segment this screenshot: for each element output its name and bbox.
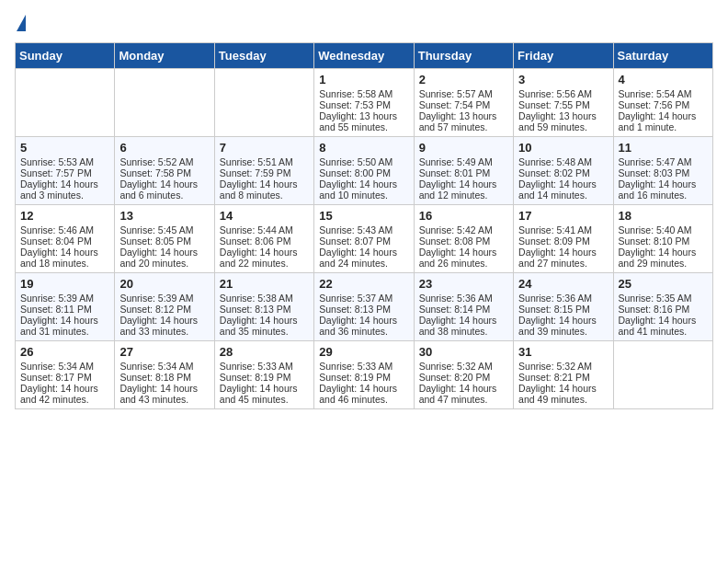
calendar-cell: 1Sunrise: 5:58 AMSunset: 7:53 PMDaylight… [314, 69, 414, 137]
day-info: Sunset: 8:08 PM [419, 236, 508, 247]
day-number: 24 [518, 277, 608, 291]
calendar-cell: 16Sunrise: 5:42 AMSunset: 8:08 PMDayligh… [414, 205, 513, 273]
day-number: 1 [319, 73, 408, 86]
day-info: Daylight: 14 hours and 36 minutes. [319, 315, 408, 337]
day-info: Sunrise: 5:42 AM [419, 224, 508, 236]
day-number: 13 [119, 209, 209, 223]
calendar-cell [613, 341, 712, 409]
calendar-cell [115, 69, 214, 137]
day-info: Sunrise: 5:53 AM [20, 156, 109, 167]
day-info: Daylight: 13 hours and 55 minutes. [319, 110, 408, 132]
calendar-cell: 25Sunrise: 5:35 AMSunset: 8:16 PMDayligh… [613, 273, 712, 341]
day-number: 15 [319, 209, 408, 223]
day-number: 9 [419, 141, 508, 155]
day-number: 26 [20, 345, 109, 359]
calendar-cell: 20Sunrise: 5:39 AMSunset: 8:12 PMDayligh… [115, 273, 214, 341]
calendar-cell: 3Sunrise: 5:56 AMSunset: 7:55 PMDaylight… [514, 69, 613, 137]
day-info: Sunrise: 5:37 AM [319, 293, 408, 304]
day-info: Sunset: 8:02 PM [518, 167, 608, 178]
day-number: 10 [518, 141, 608, 155]
day-info: Sunrise: 5:48 AM [518, 156, 608, 167]
calendar-cell: 11Sunrise: 5:47 AMSunset: 8:03 PMDayligh… [613, 137, 712, 205]
day-info: Sunset: 8:04 PM [20, 236, 109, 247]
page-header [15, 15, 713, 31]
day-info: Sunset: 8:07 PM [319, 236, 408, 247]
day-info: Sunrise: 5:46 AM [20, 224, 109, 236]
day-number: 11 [619, 141, 708, 155]
day-info: Sunset: 8:18 PM [119, 372, 209, 383]
calendar-cell: 5Sunrise: 5:53 AMSunset: 7:57 PMDaylight… [16, 137, 115, 205]
day-info: Daylight: 13 hours and 59 minutes. [518, 110, 608, 132]
day-info: Sunset: 8:17 PM [20, 372, 109, 383]
day-number: 16 [419, 209, 508, 223]
day-info: Sunset: 8:05 PM [119, 236, 209, 247]
calendar-week-4: 19Sunrise: 5:39 AMSunset: 8:11 PMDayligh… [16, 273, 713, 341]
day-info: Daylight: 14 hours and 46 minutes. [319, 383, 408, 405]
day-info: Sunset: 8:13 PM [220, 304, 309, 315]
day-info: Sunset: 8:20 PM [419, 372, 508, 383]
day-info: Sunset: 8:19 PM [319, 372, 408, 383]
day-info: Sunset: 8:06 PM [220, 236, 309, 247]
day-info: Daylight: 13 hours and 57 minutes. [419, 110, 508, 132]
day-number: 5 [20, 141, 109, 155]
day-number: 23 [419, 277, 508, 291]
day-info: Sunset: 8:19 PM [220, 372, 309, 383]
day-number: 4 [619, 73, 708, 86]
day-info: Sunset: 7:54 PM [419, 99, 508, 110]
logo-triangle-icon [17, 15, 26, 31]
day-info: Sunrise: 5:45 AM [119, 224, 209, 236]
day-info: Daylight: 14 hours and 14 minutes. [518, 178, 608, 201]
day-info: Daylight: 14 hours and 38 minutes. [419, 315, 508, 337]
calendar-cell: 26Sunrise: 5:34 AMSunset: 8:17 PMDayligh… [16, 341, 115, 409]
day-info: Sunset: 7:56 PM [619, 99, 708, 110]
calendar-cell [16, 69, 115, 137]
day-number: 7 [220, 141, 309, 155]
day-info: Daylight: 14 hours and 41 minutes. [619, 315, 708, 337]
day-info: Sunrise: 5:39 AM [20, 293, 109, 304]
day-number: 6 [119, 141, 209, 155]
day-number: 14 [220, 209, 309, 223]
calendar-cell: 28Sunrise: 5:33 AMSunset: 8:19 PMDayligh… [214, 341, 313, 409]
day-info: Sunrise: 5:34 AM [119, 361, 209, 372]
day-info: Sunrise: 5:34 AM [20, 361, 109, 372]
calendar-cell: 15Sunrise: 5:43 AMSunset: 8:07 PMDayligh… [314, 205, 414, 273]
calendar-cell: 24Sunrise: 5:36 AMSunset: 8:15 PMDayligh… [514, 273, 613, 341]
calendar-cell: 30Sunrise: 5:32 AMSunset: 8:20 PMDayligh… [414, 341, 513, 409]
calendar-cell: 27Sunrise: 5:34 AMSunset: 8:18 PMDayligh… [115, 341, 214, 409]
day-number: 31 [518, 345, 608, 359]
col-header-thursday: Thursday [414, 43, 513, 69]
day-info: Sunset: 8:03 PM [619, 167, 708, 178]
calendar-cell: 2Sunrise: 5:57 AMSunset: 7:54 PMDaylight… [414, 69, 513, 137]
day-info: Sunrise: 5:50 AM [319, 156, 408, 167]
day-info: Sunrise: 5:51 AM [220, 156, 309, 167]
calendar-week-3: 12Sunrise: 5:46 AMSunset: 8:04 PMDayligh… [16, 205, 713, 273]
day-info: Sunrise: 5:35 AM [619, 293, 708, 304]
day-info: Daylight: 14 hours and 22 minutes. [220, 247, 309, 269]
day-info: Sunset: 7:59 PM [220, 167, 309, 178]
calendar-cell: 31Sunrise: 5:32 AMSunset: 8:21 PMDayligh… [514, 341, 613, 409]
calendar-cell: 12Sunrise: 5:46 AMSunset: 8:04 PMDayligh… [16, 205, 115, 273]
day-info: Daylight: 14 hours and 26 minutes. [419, 247, 508, 269]
calendar-cell: 18Sunrise: 5:40 AMSunset: 8:10 PMDayligh… [613, 205, 712, 273]
calendar-week-5: 26Sunrise: 5:34 AMSunset: 8:17 PMDayligh… [16, 341, 713, 409]
day-info: Sunrise: 5:47 AM [619, 156, 708, 167]
day-number: 28 [220, 345, 309, 359]
col-header-wednesday: Wednesday [314, 43, 414, 69]
day-info: Sunset: 7:55 PM [518, 99, 608, 110]
day-info: Daylight: 14 hours and 49 minutes. [518, 383, 608, 405]
calendar-cell: 10Sunrise: 5:48 AMSunset: 8:02 PMDayligh… [514, 137, 613, 205]
day-info: Sunrise: 5:52 AM [119, 156, 209, 167]
day-info: Sunset: 8:13 PM [319, 304, 408, 315]
calendar-header-row: SundayMondayTuesdayWednesdayThursdayFrid… [16, 43, 713, 69]
calendar-cell: 4Sunrise: 5:54 AMSunset: 7:56 PMDaylight… [613, 69, 712, 137]
day-info: Sunset: 7:57 PM [20, 167, 109, 178]
day-info: Sunrise: 5:33 AM [319, 361, 408, 372]
day-number: 2 [419, 73, 508, 86]
day-info: Daylight: 14 hours and 18 minutes. [20, 247, 109, 269]
calendar-cell: 17Sunrise: 5:41 AMSunset: 8:09 PMDayligh… [514, 205, 613, 273]
day-info: Sunrise: 5:41 AM [518, 224, 608, 236]
calendar-cell: 19Sunrise: 5:39 AMSunset: 8:11 PMDayligh… [16, 273, 115, 341]
calendar-cell: 7Sunrise: 5:51 AMSunset: 7:59 PMDaylight… [214, 137, 313, 205]
day-info: Sunset: 8:16 PM [619, 304, 708, 315]
day-number: 20 [119, 277, 209, 291]
